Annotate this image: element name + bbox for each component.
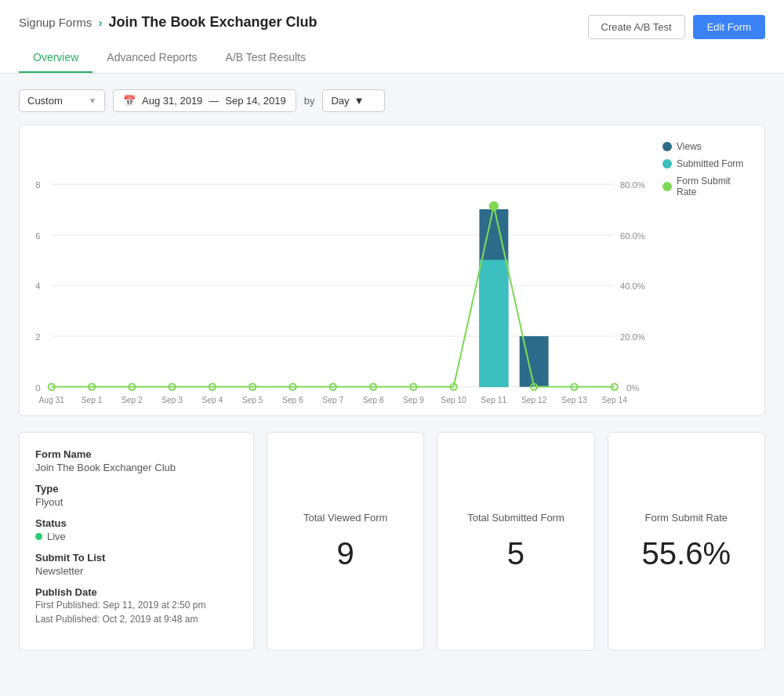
submit-rate-title: Form Submit Rate — [645, 512, 728, 524]
total-submitted-value: 5 — [507, 536, 524, 571]
tab-ab-test-results[interactable]: A/B Test Results — [212, 43, 320, 73]
interval-select[interactable]: Day ▼ — [322, 89, 385, 112]
status-dot — [35, 533, 42, 540]
interval-label: Day — [331, 95, 349, 107]
svg-text:Sep 11: Sep 11 — [481, 396, 507, 404]
total-viewed-value: 9 — [337, 536, 354, 571]
svg-text:60.0%: 60.0% — [620, 231, 645, 241]
svg-text:Sep 2: Sep 2 — [122, 396, 143, 404]
create-ab-test-button[interactable]: Create A/B Test — [588, 15, 685, 39]
svg-text:4: 4 — [35, 281, 40, 291]
filter-bar: Custom ▼ 📅 Aug 31, 2019 — Sep 14, 2019 b… — [19, 89, 765, 112]
legend-label-views: Views — [677, 141, 702, 152]
submit-rate-value: 55.6% — [642, 536, 731, 571]
status-text: Live — [47, 531, 66, 542]
svg-text:Sep 12: Sep 12 — [521, 396, 547, 404]
date-separator: — — [209, 95, 219, 107]
svg-text:Sep 1: Sep 1 — [82, 396, 103, 404]
svg-text:Sep 5: Sep 5 — [242, 396, 263, 404]
header-top: Signup Forms › Join The Book Exchanger C… — [19, 14, 765, 40]
status-value: Live — [35, 531, 238, 542]
line-dot-peak — [490, 202, 498, 210]
legend-label-submitted: Submitted Form — [677, 158, 743, 169]
tab-bar: Overview Advanced Reports A/B Test Resul… — [19, 43, 765, 73]
svg-text:Sep 3: Sep 3 — [162, 396, 183, 404]
svg-text:Sep 8: Sep 8 — [363, 396, 384, 404]
svg-text:Sep 13: Sep 13 — [561, 396, 587, 404]
svg-text:8: 8 — [35, 180, 40, 190]
svg-text:0: 0 — [35, 383, 40, 393]
chevron-down-icon-2: ▼ — [354, 95, 365, 107]
main-content: Custom ▼ 📅 Aug 31, 2019 — Sep 14, 2019 b… — [0, 74, 784, 666]
total-viewed-title: Total Viewed Form — [303, 512, 387, 524]
legend-dot-views — [662, 142, 672, 151]
total-submitted-title: Total Submitted Form — [467, 512, 564, 524]
svg-text:Aug 31: Aug 31 — [39, 396, 65, 404]
last-published: Last Published: Oct 2, 2019 at 9:48 am — [35, 614, 238, 625]
svg-text:Sep 6: Sep 6 — [282, 396, 303, 404]
chart-legend: Views Submitted Form Form Submit Rate — [655, 141, 757, 408]
publish-date-label: Publish Date — [35, 586, 238, 598]
svg-text:Sep 7: Sep 7 — [322, 396, 343, 404]
form-info-card: Form Name Join The Book Exchanger Club T… — [19, 432, 254, 651]
form-name-label: Form Name — [35, 448, 238, 460]
svg-text:Sep 10: Sep 10 — [441, 396, 466, 404]
date-end: Sep 14, 2019 — [225, 95, 285, 107]
svg-text:40.0%: 40.0% — [620, 281, 645, 291]
legend-rate: Form Submit Rate — [662, 176, 749, 198]
tab-advanced-reports[interactable]: Advanced Reports — [93, 43, 211, 73]
submit-list-value: Newsletter — [35, 565, 238, 577]
by-label: by — [304, 95, 315, 107]
header-actions: Create A/B Test Edit Form — [588, 15, 765, 39]
breadcrumb-parent[interactable]: Signup Forms — [19, 16, 92, 29]
type-value: Flyout — [35, 496, 238, 508]
svg-text:2: 2 — [35, 332, 40, 342]
date-range-picker[interactable]: 📅 Aug 31, 2019 — Sep 14, 2019 — [113, 89, 296, 112]
type-label: Type — [35, 483, 238, 495]
svg-text:Sep 4: Sep 4 — [201, 396, 223, 404]
svg-text:Sep 14: Sep 14 — [601, 396, 627, 404]
total-submitted-card: Total Submitted Form 5 — [437, 432, 594, 651]
legend-dot-submitted — [662, 159, 672, 169]
edit-form-button[interactable]: Edit Form — [693, 15, 765, 39]
date-start: Aug 31, 2019 — [142, 95, 202, 107]
bar-submitted-sep11 — [479, 260, 508, 387]
stats-row: Form Name Join The Book Exchanger Club T… — [19, 432, 765, 651]
chart-plot: 0 2 4 6 8 0% 20.0% 40.0% 60.0% 80.0% — [27, 141, 655, 408]
first-published: First Published: Sep 11, 2019 at 2:50 pm — [35, 600, 238, 611]
legend-dot-rate — [662, 182, 672, 191]
submit-list-label: Submit To List — [35, 552, 238, 564]
svg-text:6: 6 — [35, 231, 40, 241]
legend-label-rate: Form Submit Rate — [677, 176, 749, 198]
breadcrumb-arrow: › — [98, 16, 102, 29]
chart-area: 0 2 4 6 8 0% 20.0% 40.0% 60.0% 80.0% — [27, 141, 757, 408]
range-type-label: Custom — [27, 95, 63, 107]
range-type-select[interactable]: Custom ▼ — [19, 89, 105, 112]
chart-svg: 0 2 4 6 8 0% 20.0% 40.0% 60.0% 80.0% — [27, 141, 655, 408]
legend-views: Views — [662, 141, 749, 152]
svg-text:0%: 0% — [626, 383, 639, 393]
form-name-value: Join The Book Exchanger Club — [35, 462, 238, 473]
chart-container: 0 2 4 6 8 0% 20.0% 40.0% 60.0% 80.0% — [19, 125, 765, 416]
status-label: Status — [35, 517, 238, 529]
svg-text:80.0%: 80.0% — [620, 180, 645, 190]
breadcrumb: Signup Forms › Join The Book Exchanger C… — [19, 14, 317, 31]
tab-overview[interactable]: Overview — [19, 43, 93, 73]
page-title: Join The Book Exchanger Club — [108, 14, 317, 31]
page-header: Signup Forms › Join The Book Exchanger C… — [0, 0, 784, 74]
svg-text:Sep 9: Sep 9 — [403, 396, 424, 404]
calendar-icon: 📅 — [123, 95, 136, 107]
legend-submitted: Submitted Form — [662, 158, 749, 169]
total-viewed-card: Total Viewed Form 9 — [267, 432, 424, 651]
svg-text:20.0%: 20.0% — [620, 332, 645, 342]
chevron-down-icon: ▼ — [89, 96, 96, 105]
submit-rate-card: Form Submit Rate 55.6% — [608, 432, 765, 651]
